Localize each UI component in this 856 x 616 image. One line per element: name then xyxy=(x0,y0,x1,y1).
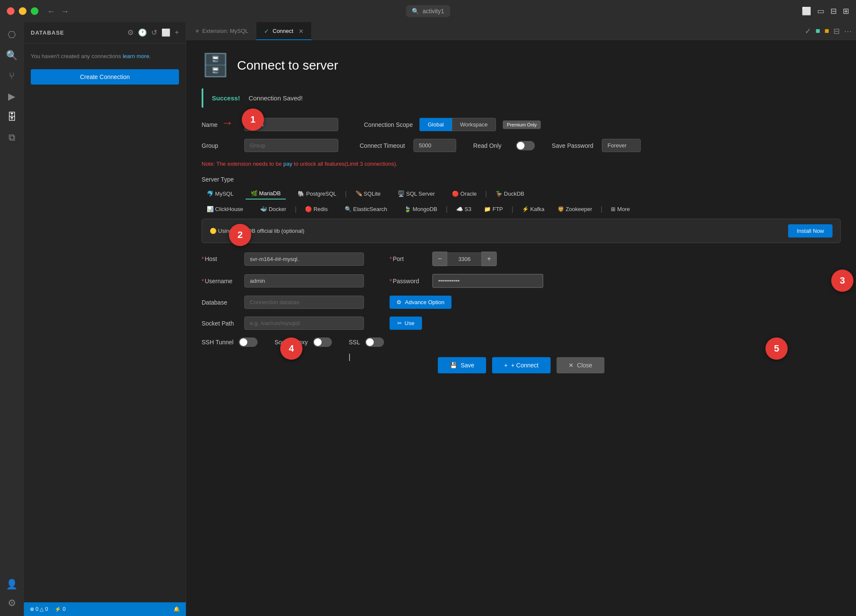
server-type-oracle[interactable]: 🔴 Oracle xyxy=(447,188,482,199)
name-label: Name xyxy=(202,121,236,128)
server-type-docker[interactable]: 🐳 Docker xyxy=(255,204,291,214)
sidebar-header: DATABASE ⚙ 🕐 ↺ ⬜ + xyxy=(24,22,186,44)
extensions-icon[interactable]: ⧉ xyxy=(3,128,21,147)
readonly-toggle[interactable] xyxy=(516,141,535,150)
scope-workspace-btn[interactable]: Workspace xyxy=(452,118,496,131)
tab-close-btn[interactable]: ✕ xyxy=(299,28,304,35)
password-input[interactable] xyxy=(432,274,543,288)
success-msg: Connection Saved! xyxy=(249,94,303,102)
traffic-lights xyxy=(7,7,38,15)
more-icon[interactable]: ⊞ xyxy=(843,6,849,16)
server-type-mongodb[interactable]: 🍃 MongoDB xyxy=(399,204,442,214)
server-type-redis[interactable]: 🔴 Redis xyxy=(300,204,333,214)
layout-icon[interactable]: ⊟ xyxy=(830,6,837,16)
connect-button[interactable]: + + Connect xyxy=(492,357,550,373)
group-input[interactable] xyxy=(244,139,338,152)
status-bar: ⊗ 0 △ 0 ⚡ 0 🔔 xyxy=(24,602,186,616)
layout-toggle-icon[interactable]: ⊟ xyxy=(833,26,840,36)
close-button[interactable]: ✕ Close xyxy=(557,357,604,373)
more-actions-icon[interactable]: ⋯ xyxy=(844,26,852,36)
pay-link[interactable]: pay xyxy=(283,161,292,167)
server-type-zookeeper[interactable]: 🦁 Zookeeper xyxy=(552,204,598,214)
server-type-mariadb[interactable]: 🌿 MariaDB xyxy=(246,188,286,199)
server-type-kafka[interactable]: ⚡ Kafka xyxy=(517,204,550,214)
main-layout: ⎔ 🔍 ⑂ ▶ 🗄 ⧉ 👤 ⚙ DATABASE ⚙ 🕐 ↺ ⬜ + You h… xyxy=(0,22,856,616)
server-type-duckdb[interactable]: 🦆 DuckDB xyxy=(490,188,529,199)
ssh-toggle[interactable] xyxy=(239,337,258,347)
server-type-more[interactable]: ⊞ More xyxy=(606,204,635,214)
port-label: *Port xyxy=(390,255,424,262)
create-connection-button[interactable]: Create Connection xyxy=(31,69,179,85)
maximize-window-btn[interactable] xyxy=(31,7,38,15)
history-icon[interactable]: 🕐 xyxy=(138,28,147,37)
copy-icon[interactable]: ⬜ xyxy=(161,28,170,37)
server-type-elasticsearch[interactable]: 🔍 ElasticSearch xyxy=(340,204,392,214)
savepass-select[interactable]: Forever Session Never xyxy=(602,139,641,152)
port-decrement-btn[interactable]: − xyxy=(432,252,447,266)
server-type-ftp[interactable]: 📁 FTP xyxy=(479,204,508,214)
name-input[interactable] xyxy=(244,118,338,131)
close-window-btn[interactable] xyxy=(7,7,15,15)
port-group: − + xyxy=(432,252,497,266)
port-input[interactable] xyxy=(447,252,481,266)
database-icon[interactable]: 🗄 xyxy=(3,108,21,126)
learn-more-link[interactable]: learn more. xyxy=(123,53,151,59)
server-types-row1: 🐬 MySQL 🌿 MariaDB 🐘 PostgreSQL | 🪶 SQLit… xyxy=(202,188,841,199)
run-debug-icon[interactable]: ▶ xyxy=(3,87,21,106)
install-now-button[interactable]: Install Now xyxy=(788,224,833,238)
bell-icon[interactable]: 🔔 xyxy=(173,606,180,612)
ssl-toggle[interactable] xyxy=(365,337,384,347)
orange-square-icon[interactable]: ■ xyxy=(824,26,829,36)
server-type-sqlserver[interactable]: 🖥️ SQL Server xyxy=(393,188,440,199)
settings-sidebar-icon[interactable]: ⚙ xyxy=(127,28,134,37)
save-button[interactable]: 💾 Save xyxy=(438,357,486,373)
forward-arrow[interactable]: → xyxy=(61,6,69,16)
back-arrow[interactable]: ← xyxy=(47,6,56,16)
tab-extension-mysql[interactable]: ≡ Extension: MySQL xyxy=(188,22,256,40)
add-icon[interactable]: + xyxy=(175,28,179,37)
search-activity-icon[interactable]: 🔍 xyxy=(3,46,21,65)
scissors-icon: ✂ xyxy=(397,320,402,326)
info-status[interactable]: ⚡ 0 xyxy=(55,606,65,612)
settings-icon[interactable]: ⚙ xyxy=(3,594,21,613)
tab-connect[interactable]: ✓ Connect ✕ xyxy=(256,22,311,40)
server-type-sqlite[interactable]: 🪶 SQLite xyxy=(350,188,386,199)
panel-toggle-icon[interactable]: ▭ xyxy=(817,6,824,16)
source-control-icon[interactable]: ⑂ xyxy=(3,67,21,85)
activity-bar: ⎔ 🔍 ⑂ ▶ 🗄 ⧉ 👤 ⚙ xyxy=(0,22,24,616)
username-password-row: *Username *Password 3 xyxy=(202,274,841,288)
titlebar: ← → 🔍 activity1 ⬜ ▭ ⊟ ⊞ xyxy=(0,0,856,22)
savepass-label: Save Password xyxy=(552,142,593,149)
server-type-mysql[interactable]: 🐬 MySQL xyxy=(202,188,239,199)
server-type-postgresql[interactable]: 🐘 PostgreSQL xyxy=(293,188,341,199)
explorer-icon[interactable]: ⎔ xyxy=(3,26,21,44)
minimize-window-btn[interactable] xyxy=(19,7,26,15)
error-status[interactable]: ⊗ 0 △ 0 xyxy=(30,606,48,612)
server-type-clickhouse[interactable]: 📊 ClickHouse xyxy=(202,204,248,214)
use-button[interactable]: ✂ Use xyxy=(390,317,422,330)
green-square-icon[interactable]: ■ xyxy=(815,26,820,36)
sep6: | xyxy=(485,190,487,198)
sidebar-toggle-icon[interactable]: ⬜ xyxy=(802,6,811,16)
ssh-tunnel-item: SSH Tunnel xyxy=(202,337,258,347)
socket-input[interactable] xyxy=(244,317,364,330)
server-type-s3[interactable]: ☁️ S3 xyxy=(451,204,477,214)
checkmark-icon[interactable]: ✓ xyxy=(805,26,811,36)
sep3: | xyxy=(345,190,347,198)
search-bar[interactable]: 🔍 activity1 xyxy=(406,5,450,17)
save-icon: 💾 xyxy=(450,362,457,369)
username-input[interactable] xyxy=(244,274,364,287)
readonly-label: Read Only xyxy=(473,142,507,149)
host-input[interactable] xyxy=(244,252,364,266)
account-icon[interactable]: 👤 xyxy=(3,575,21,594)
database-input[interactable] xyxy=(244,296,364,309)
scope-global-btn[interactable]: Global xyxy=(419,118,452,131)
advance-option-button[interactable]: ⚙ Advance Option xyxy=(390,296,451,309)
socks-toggle[interactable] xyxy=(313,337,332,347)
username-label: *Username xyxy=(202,278,236,285)
timeout-input[interactable] xyxy=(413,139,456,152)
port-increment-btn[interactable]: + xyxy=(481,252,496,266)
use-btn-container: ✂ Use xyxy=(390,317,422,330)
refresh-icon[interactable]: ↺ xyxy=(151,28,157,37)
check-icon: ✓ xyxy=(264,28,269,35)
